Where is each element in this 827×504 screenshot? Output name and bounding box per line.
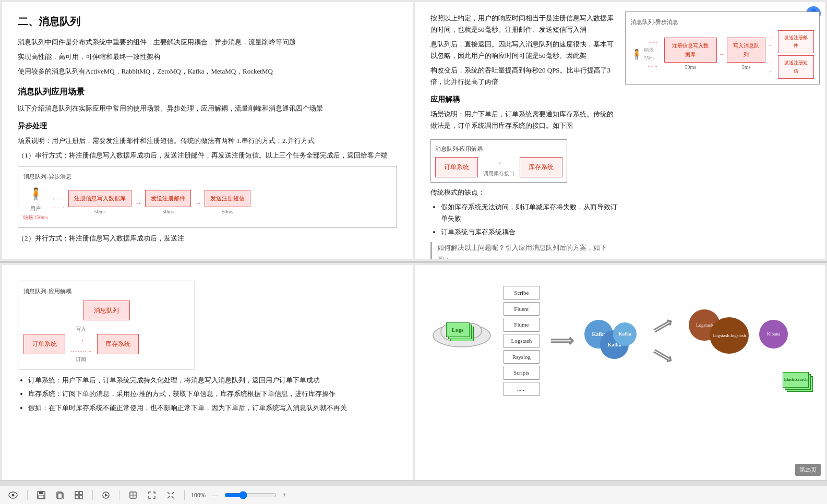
page-bottom-right: Logs Scribe Fluent Flume Logstash Rsyslo… xyxy=(415,265,825,480)
scrollbar-horizontal[interactable] xyxy=(0,480,827,486)
page-number-badge: 第25页 xyxy=(795,464,821,476)
svg-rect-7 xyxy=(39,495,44,498)
person-icon: 🧍 xyxy=(29,184,43,203)
issue-2: 订单系统与库存系统耦合 xyxy=(441,226,620,238)
user-label: 用户 xyxy=(30,204,41,213)
intro1: 消息队列中间件是分布式系统中重要的组件，主要解决应用耦合，异步消息，流量削峰等问… xyxy=(18,37,397,48)
mq-diagram-label: 消息队列-应用解耦 xyxy=(23,286,189,296)
grid-icon xyxy=(75,491,83,499)
db-col2: 注册信息写入数据库 50ms xyxy=(664,38,717,71)
cloud-container: Logs xyxy=(430,317,493,364)
svg-rect-6 xyxy=(39,491,43,494)
eye-button[interactable] xyxy=(5,489,21,501)
zoom-dash: — xyxy=(212,491,218,499)
async-desc2-1: 按照以上约定，用户的响应时间相当于是注册信息写入数据库的时间，也就是50毫秒。注… xyxy=(430,13,620,35)
blockquote-hint: 如何解决以上问题呢？引入应用消息队列后的方案，如下图： xyxy=(430,242,620,259)
dashed-arrows: ←- - 响应55ms - - → xyxy=(644,39,662,70)
kafka-circle-3: Kafka xyxy=(613,322,637,346)
page-top-left: 二、消息队列 消息队列中间件是分布式系统中重要的组件，主要解决应用耦合，异步消息… xyxy=(2,2,413,259)
diagram1-label: 消息队列-异步消息 xyxy=(23,172,391,182)
person-icon2: 🧍 xyxy=(631,46,642,63)
sep3 xyxy=(119,490,119,500)
fit-button[interactable] xyxy=(126,489,140,501)
sep4 xyxy=(184,490,185,500)
order-inventory-diagram: 消息队列-应用解耦 订单系统 → 调用库存接口 库存系统 xyxy=(430,139,567,183)
box-write-mq: 写入消息队列 xyxy=(727,38,765,63)
top-right-diagram-area: 👤 消息队列-异步消息 🧍 ←- - 响应55ms - - → 注册信息写入数据… xyxy=(620,2,825,95)
box-register-user: 注册信息写入数据库 xyxy=(664,38,717,63)
kafka-circles-container: Kafka Kafka Kafka xyxy=(584,317,642,364)
top-pages: 二、消息队列 消息队列中间件是分布式系统中重要的组件，主要解决应用耦合，异步消息… xyxy=(0,0,827,261)
expand-button[interactable] xyxy=(145,489,159,501)
bullet-order: 订单系统：用户下单后，订单系统完成持久化处理，将消息写入消息队列，返回用户订单下… xyxy=(28,375,397,386)
intro2: 实现高性能，高可用，可伸缩和最终一致性架构 xyxy=(18,51,397,63)
ms50-1: 50ms xyxy=(94,207,106,216)
right-arrows: ⟹ ⟹ xyxy=(652,314,673,368)
arrow1: ←- - - - - - → xyxy=(51,194,66,212)
svg-rect-12 xyxy=(75,496,78,499)
kafka-diagram: Logs Scribe Fluent Flume Logstash Rsyslo… xyxy=(430,286,810,396)
pages-button[interactable] xyxy=(53,489,67,501)
svg-marker-15 xyxy=(105,494,108,497)
issues-list: 假如库存系统无法访问，则订单减库存将失败，从而导致订单失败 订单系统与库存系统耦… xyxy=(441,201,620,238)
arrow2: → xyxy=(135,197,142,209)
bullet-inventory: 库存系统：订阅下单的消息，采用拉/推的方式，获取下单信息，库存系统根据下单信息，… xyxy=(28,388,397,400)
es-box-1: Elasticsearch xyxy=(783,372,809,388)
tool-rsyslog: Rsyslog xyxy=(504,350,540,364)
app-decouple-title: 应用解耦 xyxy=(430,93,620,106)
tool-list: Scribe Fluent Flume Logstash Rsyslog Scr… xyxy=(504,286,540,396)
section1-title: 消息队列应用场景 xyxy=(18,85,397,99)
box-register-db: 注册信息写入数据库 xyxy=(68,190,131,207)
play-button[interactable] xyxy=(99,489,113,501)
tool-fluent: Fluent xyxy=(504,302,540,316)
top-right-text: 按照以上约定，用户的响应时间相当于是注册信息写入数据库的时间，也就是50毫秒。注… xyxy=(430,13,620,259)
app-decouple-desc: 场景说明：用户下单后，订单系统需要通知库存系统。传统的做法是，订单系统调用库存系… xyxy=(430,109,620,131)
diagram2-label: 消息队列-应用解耦 xyxy=(435,144,562,154)
shrink-button[interactable] xyxy=(163,489,178,501)
box-send-email: 发送注册邮件 xyxy=(145,190,191,207)
sms-col: 发送注册短信 50ms xyxy=(205,190,250,216)
intro3: 使用较多的消息队列有ActiveMQ，RabbitMQ，ZeroMQ，Kafka… xyxy=(18,66,397,77)
parallel-start: （2）并行方式：将注册信息写入数据库成功后，发送注 xyxy=(18,233,397,244)
diagram-top-label: 消息队列-异步消息 xyxy=(631,17,814,27)
bullet-fallback: 假如：在下单时库存系统不能正常使用，也不影响正常下单，因为下单后，订单系统写入消… xyxy=(28,402,397,414)
save-button[interactable] xyxy=(34,489,49,501)
order-box2: 订单系统 xyxy=(23,334,65,354)
kibana-circle: Kibana xyxy=(759,320,788,349)
traditional-issues: 传统模式的缺点： xyxy=(430,187,620,198)
grid-button[interactable] xyxy=(71,489,86,501)
mq-box: 消息队列 xyxy=(83,301,130,320)
arrow-to-mq: → xyxy=(719,50,725,59)
tool-flume: Flume xyxy=(504,318,540,332)
tool-scripts: Scripts xyxy=(504,366,540,380)
mq-write-col: 写入消息队列 5ms xyxy=(727,38,765,71)
main-container: 二、消息队列 消息队列中间件是分布式系统中重要的组件，主要解决应用耦合，异步消息… xyxy=(0,0,827,504)
sep2 xyxy=(92,490,93,500)
serial-desc: （1）串行方式：将注册信息写入数据库成功后，发送注册邮件，再发送注册短信。以上三… xyxy=(18,150,397,161)
page-bottom-left: 消息队列-应用解耦 消息队列 订单系统 写入 → - - - - - - - →… xyxy=(2,265,413,480)
call-arrow: → 调用库存接口 xyxy=(483,157,514,178)
zoom-plus: + xyxy=(283,491,286,499)
serial-diagram: 消息队列-异步消息 🧍 用户 响应150ms ←- - - - - - → 注册… xyxy=(18,166,397,227)
arrow3: → xyxy=(194,197,201,209)
chapter-title: 二、消息队列 xyxy=(18,13,397,30)
email-sms-outputs: → → 发送注册邮件 → → 发送注册短信 xyxy=(768,30,814,79)
write-subscribe: 写入 → - - - - - - - → 订阅 xyxy=(70,325,92,364)
inventory-box2: 库存系统 xyxy=(97,334,139,354)
shrink-icon xyxy=(166,491,175,499)
box-send-sms: 发送注册短信 xyxy=(205,190,250,207)
issue-1: 假如库存系统无法访问，则订单减库存将失败，从而导致订单失败 xyxy=(441,201,620,224)
order-box: 订单系统 xyxy=(435,157,478,177)
user-col: 🧍 用户 响应150ms xyxy=(23,184,48,221)
zoom-text: 100% xyxy=(191,491,206,499)
async-desc: 场景说明：用户注册后，需要发注册邮件和注册短信。传统的做法有两种 1.串行的方式… xyxy=(18,135,397,147)
async-title: 异步处理 xyxy=(18,120,397,133)
big-arrow-1: ⟹ xyxy=(550,327,574,355)
toolbar: 100% — + xyxy=(0,486,827,504)
zoom-slider[interactable] xyxy=(224,491,277,499)
svg-rect-11 xyxy=(79,491,82,495)
page-top-right: 👤 消息队列-异步消息 🧍 ←- - 响应55ms - - → 注册信息写入数据… xyxy=(415,2,825,259)
svg-rect-10 xyxy=(75,491,78,495)
svg-point-4 xyxy=(12,494,15,497)
ms50-2: 50ms xyxy=(162,207,174,216)
